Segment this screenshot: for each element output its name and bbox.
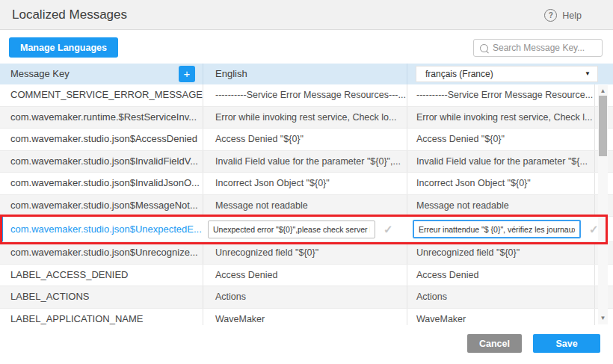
french-cell[interactable]: Unrecognized field "${0}" [407,242,595,264]
message-key-cell[interactable]: COMMENT_SERVICE_ERROR_MESSAGES [0,84,203,106]
help-label: Help [562,10,582,21]
english-cell[interactable]: WaveMaker [203,309,407,326]
french-cell[interactable]: Incorrect Json Object "${0}" [407,173,595,194]
page-title: Localized Messages [12,7,127,22]
french-cell[interactable]: Actions [407,286,595,308]
message-key-cell[interactable]: LABEL_APPLICATION_NAME [0,309,203,326]
english-cell[interactable]: ----------Service Error Message Resource… [203,84,407,106]
search-input[interactable] [488,43,613,53]
english-value-input[interactable] [208,220,375,238]
message-key-cell[interactable]: com.wavemaker.runtime.$RestServiceInv... [0,107,203,129]
language-select[interactable]: français (France) ▼ [416,66,598,82]
english-cell[interactable]: Message not readable [203,195,407,217]
title-bar: Localized Messages ? Help [0,0,613,30]
french-cell[interactable]: ----------Service Error Message Resource… [407,84,595,106]
message-key-cell[interactable]: com.wavemaker.studio.json$AccessDenied [0,129,203,150]
add-language-button[interactable]: + [179,66,195,82]
message-key-cell[interactable]: com.wavemaker.studio.json$InvalidFieldV.… [0,151,203,173]
message-key-cell[interactable]: com.wavemaker.studio.json$InvalidJsonO..… [0,173,203,194]
table-row[interactable]: com.wavemaker.studio.json$InvalidFieldV.… [0,151,613,173]
french-cell[interactable]: Error while invoking rest service, Check… [407,107,595,129]
message-key-cell[interactable]: LABEL_ACCESS_DENIED [0,265,203,286]
localized-messages-dialog: Localized Messages ? Help Manage Languag… [0,0,613,364]
column-header-english: English [203,64,407,84]
selected-row-indicator [0,217,3,241]
table-body: COMMENT_SERVICE_ERROR_MESSAGES ---------… [0,84,613,325]
table-row[interactable]: com.wavemaker.studio.json$InvalidJsonO..… [0,173,613,195]
message-key-cell[interactable]: com.wavemaker.studio.json$Unrecognize... [0,242,203,264]
help-icon: ? [544,9,557,22]
search-box[interactable] [473,39,603,57]
english-cell[interactable]: Unrecognized field "${0}" [203,242,407,264]
scrollbar-thumb[interactable] [599,96,607,156]
french-cell[interactable]: Access Denied [407,265,595,286]
table-row[interactable]: LABEL_ACCESS_DENIED Access Denied Access… [0,265,613,287]
table-row[interactable]: com.wavemaker.studio.json$MessageNot... … [0,195,613,218]
french-cell[interactable]: Access Denied "${0}" [407,129,595,150]
language-select-value: français (France) [425,69,493,79]
english-cell[interactable]: Actions [203,286,407,308]
english-cell[interactable]: Incorrect Json Object "${0}" [203,173,407,194]
table-row[interactable]: com.wavemaker.studio.json$Unrecognize...… [0,242,613,265]
message-key-header-label: Message Key [10,68,70,79]
search-icon [480,44,488,52]
english-edit-cell: ✓ [203,220,407,238]
cancel-button[interactable]: Cancel [467,334,522,353]
confirm-english-check-icon[interactable]: ✓ [383,223,393,236]
table-row[interactable]: LABEL_ACTIONS Actions Actions [0,286,613,309]
french-edit-cell: ✓ [407,220,613,238]
table-row[interactable]: LABEL_APPLICATION_NAME WaveMaker WaveMak… [0,309,613,326]
french-cell[interactable]: WaveMaker [407,309,595,326]
vertical-scrollbar[interactable]: ▲ ▼ [598,85,608,324]
table-row-selected[interactable]: com.wavemaker.studio.json$UnexpectedE...… [0,217,613,242]
english-cell[interactable]: Access Denied [203,265,407,286]
table-header: Message Key + English français (France) … [0,64,613,84]
french-cell[interactable]: Invalid Field value for the parameter "$… [407,151,595,173]
help-button[interactable]: ? Help [544,9,582,22]
scroll-down-icon[interactable]: ▼ [598,315,608,322]
english-cell[interactable]: Access Denied "${0}" [203,129,407,150]
table-row[interactable]: com.wavemaker.studio.json$AccessDenied A… [0,129,613,151]
message-key-cell[interactable]: LABEL_ACTIONS [0,286,203,308]
english-cell[interactable]: Invalid Field value for the parameter "$… [203,151,407,173]
table-row[interactable]: COMMENT_SERVICE_ERROR_MESSAGES ---------… [0,84,613,107]
message-key-cell[interactable]: com.wavemaker.studio.json$UnexpectedE... [3,223,203,235]
column-header-language: français (France) ▼ [407,64,613,84]
chevron-down-icon: ▼ [585,67,591,81]
save-button[interactable]: Save [533,334,600,353]
french-cell[interactable]: Message not readable [407,195,595,217]
confirm-french-check-icon[interactable]: ✓ [589,223,599,236]
french-value-input[interactable] [413,220,581,238]
manage-languages-button[interactable]: Manage Languages [9,37,118,58]
table-row[interactable]: com.wavemaker.runtime.$RestServiceInv...… [0,107,613,129]
column-header-message-key: Message Key + [0,64,203,84]
scroll-up-icon[interactable]: ▲ [598,87,608,95]
english-cell[interactable]: Error while invoking rest service, Check… [203,107,407,129]
message-key-cell[interactable]: com.wavemaker.studio.json$MessageNot... [0,195,203,217]
